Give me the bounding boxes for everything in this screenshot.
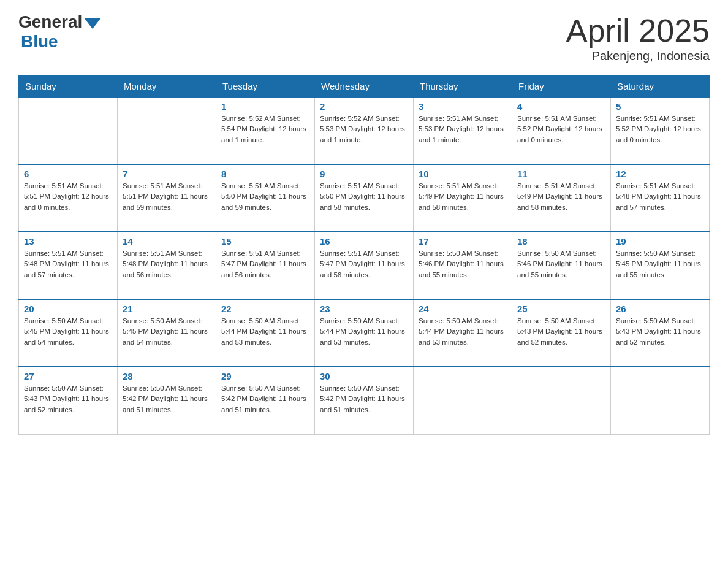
header-monday: Monday bbox=[118, 76, 216, 98]
day-number: 4 bbox=[517, 101, 605, 112]
day-number: 21 bbox=[123, 304, 211, 314]
day-number: 20 bbox=[24, 304, 112, 314]
calendar-cell: 3Sunrise: 5:51 AM Sunset: 5:53 PM Daylig… bbox=[414, 97, 512, 164]
calendar-cell: 17Sunrise: 5:50 AM Sunset: 5:46 PM Dayli… bbox=[414, 232, 512, 299]
calendar-cell: 30Sunrise: 5:50 AM Sunset: 5:42 PM Dayli… bbox=[315, 367, 414, 434]
calendar-cell: 4Sunrise: 5:51 AM Sunset: 5:52 PM Daylig… bbox=[512, 97, 611, 164]
logo: General Blue bbox=[18, 12, 101, 52]
day-info: Sunrise: 5:50 AM Sunset: 5:44 PM Dayligh… bbox=[419, 316, 507, 348]
calendar-cell bbox=[118, 97, 216, 164]
week-row: 6Sunrise: 5:51 AM Sunset: 5:51 PM Daylig… bbox=[19, 164, 710, 232]
day-info: Sunrise: 5:52 AM Sunset: 5:54 PM Dayligh… bbox=[221, 113, 309, 145]
day-info: Sunrise: 5:50 AM Sunset: 5:45 PM Dayligh… bbox=[24, 316, 112, 348]
day-info: Sunrise: 5:50 AM Sunset: 5:43 PM Dayligh… bbox=[517, 316, 605, 348]
day-number: 15 bbox=[221, 236, 309, 247]
logo-blue-text: Blue bbox=[18, 32, 58, 52]
calendar-cell: 19Sunrise: 5:50 AM Sunset: 5:45 PM Dayli… bbox=[611, 232, 710, 299]
day-number: 7 bbox=[123, 169, 211, 179]
title-section: April 2025 Pakenjeng, Indonesia bbox=[566, 12, 710, 63]
calendar-cell: 25Sunrise: 5:50 AM Sunset: 5:43 PM Dayli… bbox=[512, 299, 611, 367]
day-number: 3 bbox=[419, 101, 507, 112]
calendar-cell: 29Sunrise: 5:50 AM Sunset: 5:42 PM Dayli… bbox=[216, 367, 315, 434]
day-info: Sunrise: 5:50 AM Sunset: 5:43 PM Dayligh… bbox=[24, 383, 112, 415]
calendar-cell: 21Sunrise: 5:50 AM Sunset: 5:45 PM Dayli… bbox=[118, 299, 216, 367]
calendar-cell: 8Sunrise: 5:51 AM Sunset: 5:50 PM Daylig… bbox=[216, 164, 315, 232]
calendar-cell bbox=[611, 367, 710, 434]
day-info: Sunrise: 5:51 AM Sunset: 5:48 PM Dayligh… bbox=[123, 248, 211, 280]
day-number: 17 bbox=[419, 236, 507, 247]
calendar-cell: 16Sunrise: 5:51 AM Sunset: 5:47 PM Dayli… bbox=[315, 232, 414, 299]
calendar-cell bbox=[512, 367, 611, 434]
calendar-cell: 12Sunrise: 5:51 AM Sunset: 5:48 PM Dayli… bbox=[611, 164, 710, 232]
day-number: 16 bbox=[320, 236, 408, 247]
day-info: Sunrise: 5:51 AM Sunset: 5:49 PM Dayligh… bbox=[419, 181, 507, 213]
week-row: 1Sunrise: 5:52 AM Sunset: 5:54 PM Daylig… bbox=[19, 97, 710, 164]
calendar-header-row: SundayMondayTuesdayWednesdayThursdayFrid… bbox=[19, 76, 710, 98]
calendar-cell: 20Sunrise: 5:50 AM Sunset: 5:45 PM Dayli… bbox=[19, 299, 118, 367]
month-title: April 2025 bbox=[566, 12, 710, 49]
day-info: Sunrise: 5:50 AM Sunset: 5:45 PM Dayligh… bbox=[123, 316, 211, 348]
calendar-cell: 10Sunrise: 5:51 AM Sunset: 5:49 PM Dayli… bbox=[414, 164, 512, 232]
day-number: 5 bbox=[616, 101, 704, 112]
calendar-cell bbox=[414, 367, 512, 434]
day-info: Sunrise: 5:51 AM Sunset: 5:49 PM Dayligh… bbox=[517, 181, 605, 213]
header-thursday: Thursday bbox=[414, 76, 512, 98]
day-info: Sunrise: 5:51 AM Sunset: 5:48 PM Dayligh… bbox=[616, 181, 704, 213]
day-info: Sunrise: 5:51 AM Sunset: 5:53 PM Dayligh… bbox=[419, 113, 507, 145]
calendar-table: SundayMondayTuesdayWednesdayThursdayFrid… bbox=[18, 75, 710, 435]
header-wednesday: Wednesday bbox=[315, 76, 414, 98]
day-info: Sunrise: 5:51 AM Sunset: 5:51 PM Dayligh… bbox=[123, 181, 211, 213]
week-row: 13Sunrise: 5:51 AM Sunset: 5:48 PM Dayli… bbox=[19, 232, 710, 299]
calendar-cell: 1Sunrise: 5:52 AM Sunset: 5:54 PM Daylig… bbox=[216, 97, 315, 164]
day-info: Sunrise: 5:50 AM Sunset: 5:44 PM Dayligh… bbox=[221, 316, 309, 348]
day-info: Sunrise: 5:50 AM Sunset: 5:46 PM Dayligh… bbox=[517, 248, 605, 280]
day-info: Sunrise: 5:51 AM Sunset: 5:52 PM Dayligh… bbox=[517, 113, 605, 145]
day-number: 6 bbox=[24, 169, 112, 179]
day-number: 13 bbox=[24, 236, 112, 247]
day-info: Sunrise: 5:51 AM Sunset: 5:50 PM Dayligh… bbox=[221, 181, 309, 213]
day-info: Sunrise: 5:51 AM Sunset: 5:50 PM Dayligh… bbox=[320, 181, 408, 213]
day-info: Sunrise: 5:50 AM Sunset: 5:45 PM Dayligh… bbox=[616, 248, 704, 280]
calendar-cell: 18Sunrise: 5:50 AM Sunset: 5:46 PM Dayli… bbox=[512, 232, 611, 299]
day-info: Sunrise: 5:50 AM Sunset: 5:42 PM Dayligh… bbox=[123, 383, 211, 415]
day-number: 22 bbox=[221, 304, 309, 314]
day-number: 9 bbox=[320, 169, 408, 179]
day-info: Sunrise: 5:51 AM Sunset: 5:51 PM Dayligh… bbox=[24, 181, 112, 213]
day-number: 10 bbox=[419, 169, 507, 179]
header-tuesday: Tuesday bbox=[216, 76, 315, 98]
day-number: 8 bbox=[221, 169, 309, 179]
day-info: Sunrise: 5:50 AM Sunset: 5:46 PM Dayligh… bbox=[419, 248, 507, 280]
calendar-cell: 15Sunrise: 5:51 AM Sunset: 5:47 PM Dayli… bbox=[216, 232, 315, 299]
day-info: Sunrise: 5:50 AM Sunset: 5:42 PM Dayligh… bbox=[320, 383, 408, 415]
calendar-cell: 2Sunrise: 5:52 AM Sunset: 5:53 PM Daylig… bbox=[315, 97, 414, 164]
day-info: Sunrise: 5:51 AM Sunset: 5:47 PM Dayligh… bbox=[320, 248, 408, 280]
day-info: Sunrise: 5:50 AM Sunset: 5:42 PM Dayligh… bbox=[221, 383, 309, 415]
calendar-cell: 14Sunrise: 5:51 AM Sunset: 5:48 PM Dayli… bbox=[118, 232, 216, 299]
day-number: 11 bbox=[517, 169, 605, 179]
calendar-cell: 13Sunrise: 5:51 AM Sunset: 5:48 PM Dayli… bbox=[19, 232, 118, 299]
calendar-cell: 11Sunrise: 5:51 AM Sunset: 5:49 PM Dayli… bbox=[512, 164, 611, 232]
day-number: 29 bbox=[221, 371, 309, 381]
location: Pakenjeng, Indonesia bbox=[566, 49, 710, 63]
calendar-cell: 6Sunrise: 5:51 AM Sunset: 5:51 PM Daylig… bbox=[19, 164, 118, 232]
calendar-cell: 28Sunrise: 5:50 AM Sunset: 5:42 PM Dayli… bbox=[118, 367, 216, 434]
page-header: General Blue April 2025 Pakenjeng, Indon… bbox=[18, 12, 710, 63]
day-number: 19 bbox=[616, 236, 704, 247]
day-number: 1 bbox=[221, 101, 309, 112]
day-number: 12 bbox=[616, 169, 704, 179]
header-sunday: Sunday bbox=[19, 76, 118, 98]
day-number: 2 bbox=[320, 101, 408, 112]
day-number: 23 bbox=[320, 304, 408, 314]
day-number: 14 bbox=[123, 236, 211, 247]
calendar-cell: 23Sunrise: 5:50 AM Sunset: 5:44 PM Dayli… bbox=[315, 299, 414, 367]
day-info: Sunrise: 5:52 AM Sunset: 5:53 PM Dayligh… bbox=[320, 113, 408, 145]
day-number: 27 bbox=[24, 371, 112, 381]
day-number: 25 bbox=[517, 304, 605, 314]
header-saturday: Saturday bbox=[611, 76, 710, 98]
logo-general-text: General bbox=[18, 12, 82, 32]
day-number: 24 bbox=[419, 304, 507, 314]
day-number: 26 bbox=[616, 304, 704, 314]
calendar-cell: 7Sunrise: 5:51 AM Sunset: 5:51 PM Daylig… bbox=[118, 164, 216, 232]
day-info: Sunrise: 5:51 AM Sunset: 5:52 PM Dayligh… bbox=[616, 113, 704, 145]
day-info: Sunrise: 5:50 AM Sunset: 5:43 PM Dayligh… bbox=[616, 316, 704, 348]
